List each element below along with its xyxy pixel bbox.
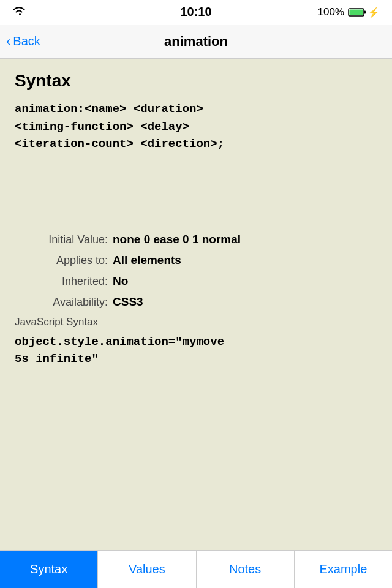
back-button[interactable]: ‹ Back — [6, 34, 40, 48]
applies-to-value: All elements — [113, 254, 181, 267]
tab-bar: Syntax Values Notes Example — [0, 550, 392, 588]
status-right: 100% ⚡ — [318, 6, 380, 18]
availability-value: CSS3 — [113, 295, 143, 309]
nav-title: animation — [164, 34, 228, 50]
property-row-inherited: Inherited: No — [15, 274, 377, 288]
js-syntax-label: JavaScript Syntax — [15, 316, 377, 328]
initial-value-label: Initial Value: — [15, 233, 113, 246]
tab-example-label: Example — [319, 562, 367, 576]
tab-notes-label: Notes — [229, 562, 261, 576]
js-code-block: object.style.animation="mymove 5s infini… — [15, 333, 377, 368]
initial-value: none 0 ease 0 1 normal — [113, 233, 241, 246]
property-row-initial: Initial Value: none 0 ease 0 1 normal — [15, 233, 377, 246]
properties-section: Initial Value: none 0 ease 0 1 normal Ap… — [15, 233, 377, 309]
tab-notes[interactable]: Notes — [197, 551, 295, 588]
back-label: Back — [13, 34, 40, 48]
main-content: Syntax animation:<name> <duration> <timi… — [0, 59, 392, 550]
battery-icon: ⚡ — [348, 7, 380, 18]
spacer — [15, 165, 377, 227]
wifi-icon — [12, 6, 26, 18]
tab-syntax-label: Syntax — [30, 562, 67, 576]
availability-label: Availability: — [15, 296, 113, 309]
nav-bar: ‹ Back animation — [0, 24, 392, 59]
svg-rect-1 — [364, 11, 366, 14]
tab-syntax[interactable]: Syntax — [0, 551, 98, 588]
status-bar: 10:10 100% ⚡ — [0, 0, 392, 24]
property-row-availability: Availability: CSS3 — [15, 295, 377, 309]
section-title: Syntax — [15, 71, 377, 91]
inherited-value: No — [113, 274, 128, 288]
tab-example[interactable]: Example — [295, 551, 392, 588]
inherited-label: Inherited: — [15, 275, 113, 288]
property-row-applies: Applies to: All elements — [15, 254, 377, 267]
status-time: 10:10 — [180, 5, 211, 19]
status-left — [12, 6, 26, 18]
syntax-code-block: animation:<name> <duration> <timing-func… — [15, 100, 377, 153]
tab-values-label: Values — [129, 562, 165, 576]
applies-to-label: Applies to: — [15, 254, 113, 267]
svg-rect-2 — [350, 10, 363, 15]
back-chevron-icon: ‹ — [6, 35, 10, 48]
tab-values[interactable]: Values — [98, 551, 196, 588]
battery-percent: 100% — [318, 6, 344, 18]
lightning-icon: ⚡ — [368, 7, 380, 18]
